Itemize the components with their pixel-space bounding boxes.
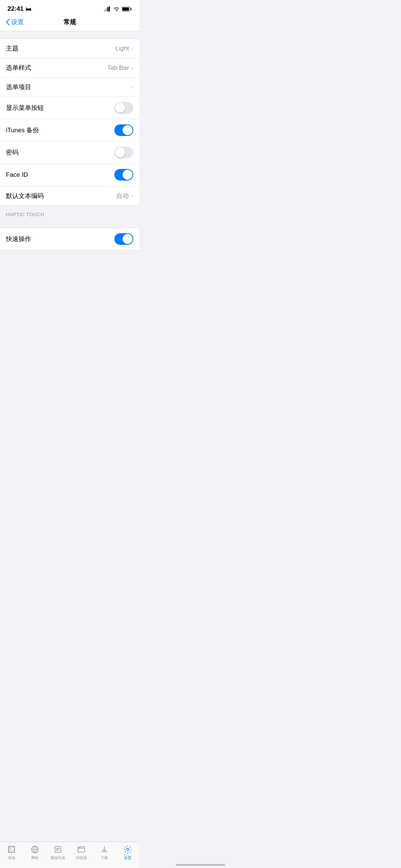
menu-style-value: Tab Bar [107, 64, 129, 72]
svg-rect-5 [131, 8, 131, 10]
password-label: 密码 [6, 148, 19, 157]
page-title: 常规 [63, 18, 76, 26]
svg-rect-0 [104, 9, 105, 12]
quick-action-label: 快速操作 [6, 235, 31, 243]
default-encoding-chevron-icon: › [131, 192, 133, 199]
bed-icon: 🛏 [26, 6, 31, 12]
status-icons [104, 6, 132, 12]
toggle-knob [115, 103, 125, 113]
show-menu-btn-toggle[interactable] [114, 102, 133, 114]
quick-action-row: 快速操作 [0, 228, 139, 250]
haptic-touch-rows: 快速操作 [0, 228, 139, 250]
face-id-label: Face ID [6, 171, 28, 179]
menu-style-row[interactable]: 选单样式 Tab Bar › [0, 58, 139, 78]
face-id-row: Face ID [0, 164, 139, 186]
svg-rect-1 [106, 8, 107, 12]
toggle-knob [123, 125, 133, 135]
toggle-knob [123, 234, 133, 244]
menu-style-chevron-icon: › [131, 64, 133, 72]
menu-items-chevron-icon: › [131, 84, 133, 91]
settings-content: 主题 Light › 选单样式 Tab Bar › 选单项目 › 显示菜单按钮 [0, 39, 139, 284]
password-row: 密码 [0, 142, 139, 164]
show-menu-btn-label: 显示菜单按钮 [6, 104, 44, 112]
default-encoding-right: 自动 › [116, 192, 133, 200]
menu-items-row[interactable]: 选单项目 › [0, 78, 139, 97]
theme-value: Light [115, 45, 129, 52]
nav-bar: 设置 常规 [0, 15, 139, 31]
default-encoding-row[interactable]: 默认文本编码 自动 › [0, 186, 139, 205]
svg-rect-2 [107, 7, 108, 12]
back-label: 设置 [11, 18, 24, 26]
default-encoding-value: 自动 [116, 192, 129, 200]
theme-row[interactable]: 主题 Light › [0, 39, 139, 58]
battery-icon [122, 7, 132, 12]
theme-chevron-icon: › [131, 45, 133, 52]
itunes-backup-toggle[interactable] [114, 124, 133, 136]
password-toggle[interactable] [114, 147, 133, 158]
face-id-toggle[interactable] [114, 169, 133, 181]
itunes-backup-row: iTunes 备份 [0, 119, 139, 142]
itunes-backup-label: iTunes 备份 [6, 126, 39, 134]
menu-items-right: › [131, 84, 133, 91]
status-time: 22:41 🛏 [7, 5, 31, 13]
theme-right: Light › [115, 45, 133, 52]
time-label: 22:41 [7, 5, 23, 13]
menu-style-right: Tab Bar › [107, 64, 133, 72]
back-chevron-icon [6, 19, 10, 25]
haptic-touch-section: HAPTIC TOUCH 快速操作 [0, 206, 139, 250]
show-menu-btn-row: 显示菜单按钮 [0, 97, 139, 119]
haptic-touch-header: HAPTIC TOUCH [0, 206, 139, 220]
wifi-icon [113, 7, 120, 12]
quick-action-toggle[interactable] [114, 233, 133, 245]
svg-rect-3 [109, 6, 110, 12]
status-bar: 22:41 🛏 [0, 0, 139, 15]
toggle-knob [115, 147, 125, 157]
theme-label: 主题 [6, 44, 19, 53]
toggle-knob [123, 170, 133, 180]
menu-style-label: 选单样式 [6, 64, 31, 72]
svg-rect-6 [123, 7, 129, 10]
default-encoding-label: 默认文本编码 [6, 192, 44, 200]
signal-icon [104, 6, 111, 12]
menu-items-label: 选单项目 [6, 83, 31, 91]
main-settings-section: 主题 Light › 选单样式 Tab Bar › 选单项目 › 显示菜单按钮 [0, 39, 139, 206]
back-button[interactable]: 设置 [6, 18, 24, 26]
